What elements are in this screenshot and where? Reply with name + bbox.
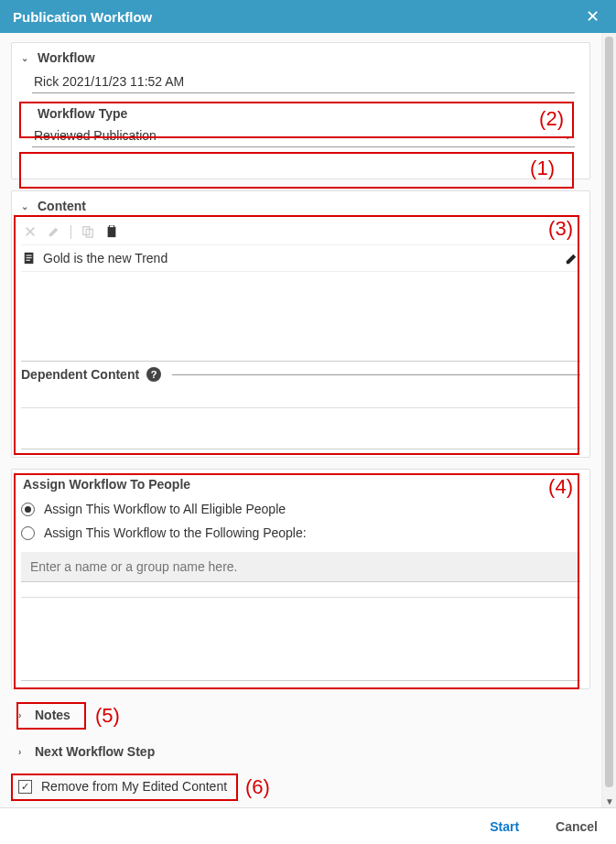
workflow-type-value: Reviewed Publication [32,124,560,146]
workflow-panel: ⌄ Workflow Workflow Type Reviewed Public… [11,42,590,179]
radio-icon [21,526,35,540]
assign-empty-area [21,597,580,681]
assign-all-option[interactable]: Assign This Workflow to All Eligible Peo… [21,497,580,521]
notes-section-label: Notes [35,708,70,722]
annotation-2: (2) [539,107,564,131]
chevron-down-icon[interactable]: ⌄ [21,201,30,211]
dependent-content-header: Dependent Content ? [21,362,580,384]
document-icon [23,252,36,265]
workflow-type-select[interactable]: Reviewed Publication ⌄ [32,124,575,147]
annotation-5: (5) [95,704,120,728]
svg-rect-5 [27,255,32,256]
next-step-section-label: Next Workflow Step [35,744,155,759]
pencil-icon[interactable] [565,252,578,265]
scroll-down-icon[interactable]: ▼ [605,796,614,806]
content-empty-area [21,272,580,362]
annotation-box-1 [19,152,574,189]
scrollbar-thumb[interactable] [605,37,613,787]
assign-panel: ⌄ Assign Workflow To People Assign This … [11,469,590,689]
dialog-title: Publication Workflow [13,9,152,25]
remove-edited-wrap: ✓ Remove from My Edited Content (6) [11,774,590,799]
delete-icon[interactable] [23,224,38,239]
svg-rect-6 [27,257,32,258]
assign-following-option[interactable]: Assign This Workflow to the Following Pe… [21,521,580,545]
next-step-section-header[interactable]: › Next Workflow Step [11,737,590,766]
scrollbar[interactable]: ▲ ▼ [601,33,616,807]
divider [172,374,580,375]
svg-rect-7 [27,260,30,261]
content-item[interactable]: Gold is the new Trend [21,244,580,272]
notes-row-wrap: › Notes (5) [11,700,590,730]
assign-name-input[interactable] [21,552,580,582]
body-wrap: ⌄ Workflow Workflow Type Reviewed Public… [0,33,616,807]
start-button[interactable]: Start [490,819,519,834]
chevron-down-icon[interactable]: ⌄ [560,131,575,141]
remove-edited-label: Remove from My Edited Content [41,779,227,794]
annotation-6: (6) [245,775,270,799]
checkbox-icon: ✓ [18,780,32,794]
workflow-section-label: Workflow [38,50,95,65]
paste-icon[interactable] [104,224,119,239]
workflow-section-header[interactable]: ⌄ Workflow [21,43,580,70]
assign-section-label: Assign Workflow To People [23,477,190,492]
assign-section-header[interactable]: ⌄ Assign Workflow To People [21,470,580,497]
publication-workflow-dialog: Publication Workflow ✕ ⌄ Workflow Workfl… [0,0,616,844]
cancel-button[interactable]: Cancel [556,819,598,834]
dialog-footer: Start Cancel [0,807,616,844]
chevron-right-icon[interactable]: › [18,710,27,720]
annotation-4: (4) [548,475,573,499]
content-section-header[interactable]: ⌄ Content [21,191,580,219]
dialog-header: Publication Workflow ✕ [0,0,616,33]
workflow-type-label: Workflow Type [38,106,575,121]
dependent-content-label: Dependent Content [21,367,139,382]
toolbar-separator [70,225,71,239]
radio-icon [21,503,35,516]
copy-icon[interactable] [81,224,95,239]
annotation-1: (1) [530,157,555,180]
chevron-right-icon[interactable]: › [18,747,27,757]
assign-all-label: Assign This Workflow to All Eligible Peo… [44,502,286,516]
dependent-content-area [21,407,580,449]
content-panel: ⌄ Content [11,190,590,458]
assign-following-label: Assign This Workflow to the Following Pe… [44,525,307,540]
content-item-title: Gold is the new Trend [43,251,168,265]
annotation-3: (3) [548,217,573,241]
close-icon[interactable]: ✕ [582,6,603,27]
chevron-down-icon[interactable]: ⌄ [21,53,30,63]
svg-rect-3 [109,225,113,228]
remove-edited-checkbox-row[interactable]: ✓ Remove from My Edited Content [11,774,590,799]
help-icon[interactable]: ? [146,367,161,382]
svg-rect-2 [108,227,116,237]
edit-icon[interactable] [47,224,61,239]
workflow-name-input[interactable] [32,70,575,93]
content-section-label: Content [38,199,86,213]
dialog-body: ⌄ Workflow Workflow Type Reviewed Public… [0,33,601,807]
content-toolbar [21,219,580,244]
